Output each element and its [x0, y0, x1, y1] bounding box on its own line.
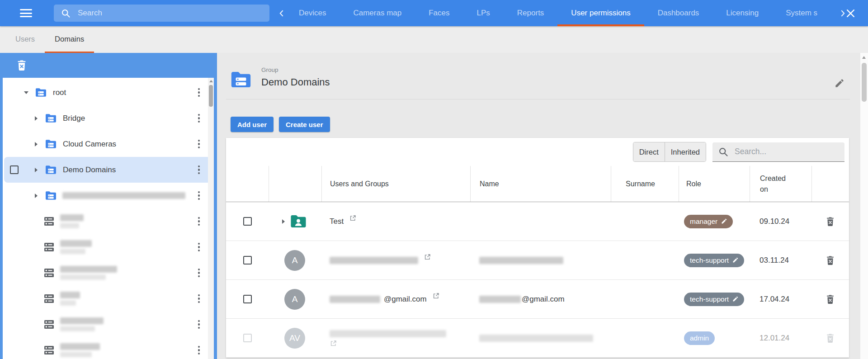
table-row[interactable]: AVadmin12.01.24 [226, 319, 849, 358]
scroll-up-icon[interactable] [862, 56, 866, 59]
nav-scroll-right-icon[interactable] [840, 9, 846, 17]
nav-item-cameras-map[interactable]: Cameras map [340, 0, 415, 26]
menu-icon[interactable] [20, 9, 32, 17]
edit-role-icon[interactable] [732, 257, 738, 263]
edit-role-icon[interactable] [732, 296, 738, 302]
role-badge[interactable]: admin [684, 331, 715, 345]
tree-item-redacted[interactable] [4, 183, 212, 208]
table-search-input[interactable] [734, 146, 833, 157]
tree-item-checkbox[interactable] [10, 165, 19, 174]
inherited-toggle[interactable]: Inherited [665, 142, 706, 161]
redacted-text [60, 249, 85, 254]
scrollbar-thumb[interactable] [862, 63, 867, 102]
avatar: A [284, 289, 305, 310]
nav-item-reports[interactable]: Reports [504, 0, 558, 26]
row-checkbox[interactable] [243, 217, 252, 226]
nav-item-system-s[interactable]: System s [772, 0, 831, 26]
edit-group-icon[interactable] [835, 79, 844, 88]
redacted-text [60, 274, 106, 280]
tab-users[interactable]: Users [5, 26, 45, 53]
global-search[interactable] [54, 5, 269, 22]
role-badge[interactable]: tech-support [684, 293, 744, 306]
caret-icon[interactable] [35, 194, 38, 198]
sidebar-scrollbar[interactable] [208, 78, 214, 359]
created-on-date: 09.10.24 [760, 217, 789, 226]
caret-icon[interactable] [24, 91, 28, 94]
tree-item-redacted[interactable] [4, 286, 212, 312]
caret-icon[interactable] [35, 142, 38, 146]
more-options-icon[interactable] [196, 189, 202, 202]
add-user-button[interactable]: Add user [231, 117, 274, 132]
external-link-icon[interactable] [433, 293, 439, 299]
delete-row-icon[interactable] [826, 217, 834, 226]
more-options-icon[interactable] [196, 112, 202, 125]
more-options-icon[interactable] [196, 86, 202, 99]
redacted-text [479, 335, 593, 342]
more-options-icon[interactable] [196, 293, 202, 305]
more-options-icon[interactable] [196, 138, 202, 151]
global-search-input[interactable] [77, 8, 237, 18]
edit-role-icon[interactable] [721, 218, 727, 224]
scrollbar-thumb[interactable] [209, 85, 213, 107]
caret-icon[interactable] [282, 219, 285, 224]
tree-item-demo-domains[interactable]: Demo Domains [4, 157, 212, 183]
nav-scroll-left-icon[interactable] [278, 9, 284, 17]
bridge-icon [44, 294, 54, 303]
nav-item-lps[interactable]: LPs [463, 0, 504, 26]
row-checkbox[interactable] [243, 256, 252, 265]
tree-item-label: root [53, 88, 66, 97]
tab-domains[interactable]: Domains [45, 26, 94, 53]
nav-item-devices[interactable]: Devices [285, 0, 340, 26]
tree-item-redacted[interactable] [4, 260, 212, 286]
tree-item-root[interactable]: root [4, 80, 212, 105]
col-role: Role [679, 166, 750, 202]
more-options-icon[interactable] [196, 215, 202, 228]
role-badge[interactable]: tech-support [684, 254, 744, 267]
external-link-icon[interactable] [425, 254, 430, 260]
delete-domain-icon[interactable] [17, 60, 26, 71]
domain-folder-icon [45, 139, 57, 149]
table-row[interactable]: Atech-support03.11.24 [226, 241, 849, 280]
nav-item-user-permissions[interactable]: User permissions [557, 0, 644, 26]
tree-item-cloud-cameras[interactable]: Cloud Cameras [4, 131, 212, 157]
scroll-up-icon[interactable] [209, 80, 213, 82]
caret-icon[interactable] [35, 168, 38, 172]
tree-item-redacted[interactable] [4, 234, 212, 260]
table-row[interactable]: A@gmail.com@gmail.comtech-support17.04.2… [226, 280, 849, 319]
external-link-icon[interactable] [350, 215, 356, 221]
nav-item-dashboards[interactable]: Dashboards [644, 0, 713, 26]
delete-row-icon[interactable] [826, 256, 834, 265]
tree-item-redacted[interactable] [4, 337, 212, 359]
row-checkbox[interactable] [243, 295, 252, 303]
tree-item-redacted[interactable] [4, 312, 212, 337]
tree-item-bridge[interactable]: Bridge [4, 105, 212, 131]
create-user-button[interactable]: Create user [279, 117, 330, 132]
page-scrollbar[interactable] [860, 53, 868, 359]
delete-row-icon[interactable] [826, 295, 834, 304]
external-link-icon[interactable] [330, 340, 336, 346]
more-options-icon[interactable] [196, 241, 202, 254]
table-search[interactable] [712, 142, 844, 162]
nav-item-faces[interactable]: Faces [415, 0, 463, 26]
domain-folder-icon [45, 191, 57, 200]
header-divider [226, 99, 850, 99]
direct-toggle[interactable]: Direct [633, 142, 665, 161]
role-label: manager [690, 217, 717, 226]
caret-icon[interactable] [35, 116, 38, 121]
role-badge[interactable]: manager [684, 215, 733, 228]
more-options-icon[interactable] [196, 344, 202, 357]
close-icon[interactable] [846, 9, 855, 18]
more-options-icon[interactable] [196, 267, 202, 279]
more-options-icon[interactable] [196, 164, 202, 176]
table-row[interactable]: Testmanager09.10.24 [226, 202, 849, 241]
tree-item-redacted[interactable] [4, 208, 212, 234]
redacted-text [330, 296, 380, 303]
domains-sidebar: rootBridgeCloud CamerasDemo Domains [0, 53, 217, 359]
redacted-text [60, 214, 84, 221]
redacted-text [60, 223, 79, 228]
nav-item-licensing[interactable]: Licensing [712, 0, 772, 26]
redacted-text [60, 300, 76, 306]
redacted-text [60, 326, 95, 331]
permission-scope-toggle: Direct Inherited [633, 142, 706, 162]
more-options-icon[interactable] [196, 318, 202, 331]
